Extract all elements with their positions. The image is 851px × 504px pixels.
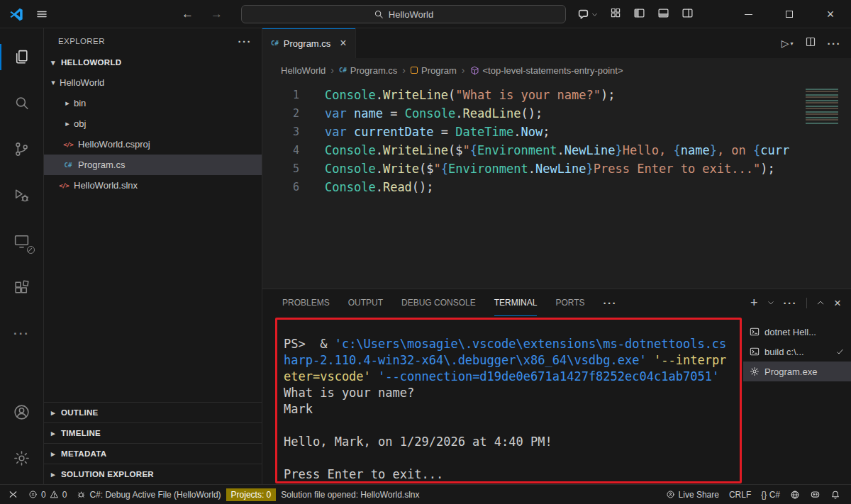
live-share-status[interactable]: Live Share — [661, 487, 724, 503]
sidebar-title: EXPLORER — [58, 37, 105, 45]
search-value: HelloWorld — [389, 9, 433, 20]
run-button[interactable]: ▷▾ — [782, 38, 794, 49]
toggle-secondary-sidebar-icon[interactable] — [682, 7, 694, 22]
explorer-more-icon[interactable]: ··· — [238, 35, 252, 47]
tab-ports[interactable]: PORTS — [555, 289, 584, 316]
remote-explorer-icon[interactable] — [0, 218, 44, 264]
source-control-icon[interactable] — [0, 126, 44, 172]
editor-more-icon[interactable]: ··· — [828, 38, 842, 50]
section-solution-explorer[interactable]: ▸SOLUTION EXPLORER — [44, 464, 262, 484]
remote-indicator[interactable] — [3, 487, 23, 503]
tab-program-cs[interactable]: C# Program.cs × — [262, 28, 356, 58]
toggle-sidebar-icon[interactable] — [633, 7, 645, 22]
disconnected-badge-icon — [27, 246, 35, 254]
terminal-line: eter=vscode' '--connection=d19de0e671a14… — [284, 369, 743, 385]
editor-tab-bar: C# Program.cs × ▷▾ ··· — [262, 28, 851, 58]
vscode-window: ← → HelloWorld — [0, 0, 851, 504]
close-window-button[interactable]: × — [810, 0, 851, 28]
code-line: 4Console.WriteLine($"{Environment.NewLin… — [262, 141, 851, 159]
tab-terminal[interactable]: TERMINAL — [494, 289, 538, 316]
code-editor[interactable]: 1Console.WriteLine("What is your name?")… — [262, 82, 851, 289]
copilot-status[interactable] — [805, 487, 825, 503]
menu-icon[interactable] — [36, 9, 48, 20]
code-line: 6Console.Read(); — [262, 178, 851, 196]
search-box[interactable]: HelloWorld — [241, 5, 566, 23]
slnx-file-icon: </> — [58, 182, 69, 189]
chevron-right-icon: ▸ — [62, 119, 72, 128]
tree-item-file[interactable]: </> HelloWorld.csproj — [44, 134, 262, 155]
new-terminal-icon[interactable]: + — [750, 296, 758, 309]
terminal-line: What is your name? — [284, 385, 743, 401]
copilot-chat-icon[interactable] — [577, 9, 598, 21]
line-number: 1 — [262, 86, 299, 104]
copilot-icon — [810, 489, 821, 500]
code-text: Console.Write($"{Environment.NewLine}Pre… — [325, 159, 851, 178]
terminal-output[interactable]: PS> & 'c:\Users\mosagie\.vscode\extensio… — [262, 316, 743, 484]
divider — [806, 298, 807, 308]
code-text: Console.WriteLine($"{Environment.NewLine… — [325, 141, 851, 159]
maximize-button[interactable] — [769, 0, 810, 28]
panel-more-actions-icon[interactable]: ··· — [784, 297, 798, 309]
breadcrumb-item[interactable]: Program — [411, 65, 457, 76]
editor-area: C# Program.cs × ▷▾ ··· HelloWorld › C# — [262, 28, 851, 484]
maximize-panel-icon[interactable] — [816, 298, 825, 307]
extensions-icon[interactable] — [0, 264, 44, 310]
problems-status[interactable]: 0 0 — [23, 487, 72, 503]
minimize-button[interactable] — [728, 0, 769, 28]
ports-globe-item[interactable] — [785, 487, 805, 503]
tree-item-folder[interactable]: ▸ bin — [44, 93, 262, 113]
tab-debug-console[interactable]: DEBUG CONSOLE — [401, 289, 476, 316]
projects-status-badge[interactable]: Projects: 0 — [226, 488, 277, 501]
code-line: 2var name = Console.ReadLine(); — [262, 104, 851, 123]
csproj-file-icon: </> — [62, 141, 74, 148]
search-sidebar-icon[interactable] — [0, 80, 44, 126]
title-bar: ← → HelloWorld — [0, 0, 851, 28]
terminal-instance-build[interactable]: build c:\... — [743, 342, 851, 362]
toggle-panel-icon[interactable] — [657, 7, 669, 22]
tree-item-file-selected[interactable]: C# Program.cs — [44, 155, 262, 175]
run-and-debug-icon[interactable] — [0, 172, 44, 218]
tree-item-folder[interactable]: ▸ obj — [44, 113, 262, 134]
chevron-right-icon: › — [402, 65, 406, 76]
customize-layout-icon[interactable] — [610, 7, 621, 21]
notifications-bell[interactable] — [825, 487, 845, 503]
bell-icon — [830, 490, 840, 500]
section-timeline[interactable]: ▸TIMELINE — [44, 422, 262, 443]
section-helloworld[interactable]: ▾ HELLOWORLD — [44, 54, 262, 71]
breadcrumb-item[interactable]: C# Program.cs — [339, 65, 397, 76]
terminal-instance-program-exe[interactable]: Program.exe — [743, 362, 851, 381]
chevron-down-icon[interactable] — [767, 299, 774, 306]
panel-more-tabs-icon[interactable]: ··· — [604, 297, 618, 309]
section-outline[interactable]: ▸OUTLINE — [44, 402, 262, 422]
close-panel-icon[interactable]: × — [834, 297, 841, 309]
settings-gear-icon[interactable] — [0, 435, 44, 481]
forward-button[interactable]: → — [211, 7, 223, 21]
accounts-icon[interactable] — [0, 389, 44, 435]
terminal-line: Hello, Mark, on 1/29/2026 at 4:40 PM! — [284, 434, 743, 450]
terminal-list: dotnet Hell... build c:\... Program.exe — [743, 316, 851, 484]
tree-item-folder[interactable]: ▾ HelloWorld — [44, 72, 262, 93]
terminal-line — [284, 418, 743, 434]
terminal-instance-dotnet[interactable]: dotnet Hell... — [743, 322, 851, 342]
breadcrumb-item[interactable]: HelloWorld — [281, 65, 326, 76]
tab-label: Program.cs — [284, 38, 330, 49]
language-indicator[interactable]: {} C# — [756, 487, 785, 503]
tab-output[interactable]: OUTPUT — [348, 289, 383, 316]
section-metadata[interactable]: ▸METADATA — [44, 443, 262, 464]
explorer-icon[interactable] — [0, 34, 44, 80]
minimap[interactable] — [800, 82, 851, 133]
back-button[interactable]: ← — [182, 7, 194, 21]
panel-body: PS> & 'c:\Users\mosagie\.vscode\extensio… — [262, 316, 851, 484]
more-views-icon[interactable]: ··· — [0, 310, 44, 357]
tree-item-file[interactable]: </> HelloWorld.slnx — [44, 175, 262, 196]
solution-status[interactable]: Solution file opened: HelloWorld.slnx — [276, 487, 424, 503]
line-number: 3 — [262, 123, 299, 141]
close-tab-icon[interactable]: × — [340, 37, 346, 50]
debug-status[interactable]: C#: Debug Active File (HelloWorld) — [72, 487, 226, 503]
search-icon — [374, 9, 384, 19]
tab-problems[interactable]: PROBLEMS — [282, 289, 330, 316]
breadcrumb-item[interactable]: <top-level-statements-entry-point> — [470, 65, 623, 76]
eol-indicator[interactable]: CRLF — [724, 487, 756, 503]
split-editor-icon[interactable] — [805, 36, 816, 50]
csharp-file-icon: C# — [62, 162, 74, 169]
